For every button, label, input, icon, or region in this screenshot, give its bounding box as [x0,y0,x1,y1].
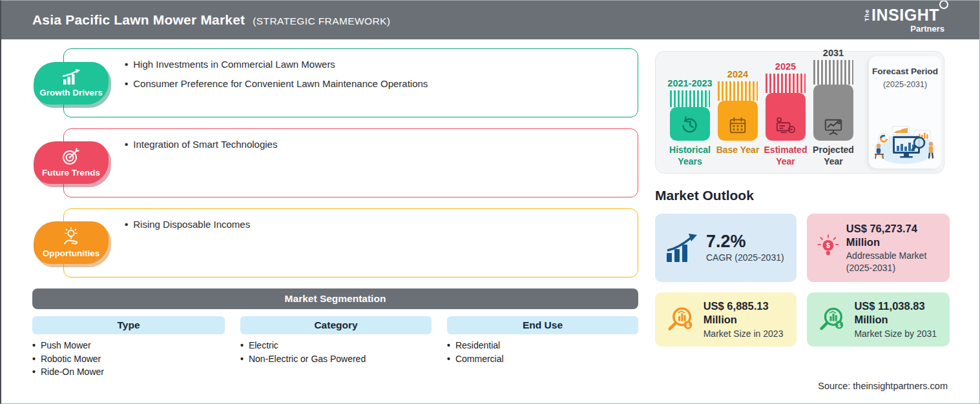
logo-insight-word: INSIGHT [871,6,939,24]
timeline-bar-projected: 2031 Projected Year [809,48,857,169]
badge-label: Opportunities [43,248,100,258]
bar-stripes [670,90,710,107]
growth-chart-icon [60,69,82,86]
timeline-label: Base Year [716,145,760,169]
opportunities-list: Rising Disposable Incomes [125,219,638,230]
future-trends-badge: Future Trends [34,141,109,184]
segment-item: Non-Electric or Gas Powered [249,352,366,366]
timeline-bar-historical: 2021-2023 Historical Years [666,78,714,169]
card-text: US$ 6,885.13 Million Market Size in 2023 [704,299,790,339]
estimate-calc-icon [774,116,797,136]
logo-insight-text: INSIGHT [871,7,946,23]
calendar-icon [727,116,748,136]
forecast-period-card: Forecast Period (2025-2031) [869,56,941,168]
timeline-year: 2024 [727,69,748,79]
list-item: Residential [447,339,638,352]
card-text: 7.2% CAGR (2025-2031) [706,232,784,263]
timeline-bar [670,90,710,141]
market-size-2023-card: $ US$ 6,885.13 Million Market Size in 20… [655,292,797,347]
projection-screen-icon [823,117,844,136]
bullet-text: Rising Disposable Incomes [133,219,250,230]
history-clock-icon [679,114,701,136]
segment-item: Robotic Mower [41,352,101,366]
card-text: US$ 11,038.83 Million Market Size by 203… [854,299,943,339]
bar-chart-growth-icon [665,234,699,262]
badge-label: Future Trends [42,168,100,177]
segment-header-enduse: End Use [447,316,638,334]
magnifier-chart-green-icon: $ [817,301,847,338]
segment-list-type: Push Mower Robotic Mower Ride-On Mower [32,339,225,379]
list-item: Robotic Mower [32,352,225,366]
list-item: Commercial [447,352,638,366]
segment-header-category: Category [240,316,432,334]
timeline-bar [766,74,806,141]
insight-partners-logo: The INSIGHT Partners [864,7,946,33]
analysts-illustration [873,125,937,165]
segment-item: Commercial [455,352,504,366]
bar-stripes [766,74,806,93]
segment-item: Ride-On Mower [41,365,104,379]
timeline-panel: 2021-2023 Historical Years 2024 [655,51,944,174]
bullet-text: Consumer Preference for Convenient Lawn … [133,78,428,89]
card-label: Market Size by 2031 [854,328,943,339]
svg-text:$: $ [826,242,830,249]
bar-body [718,101,758,141]
badge-label: Growth Drivers [39,88,103,97]
list-item: Ride-On Mower [32,365,225,379]
opportunities-badge: Opportunities [34,221,109,264]
market-size-2031-card: $ US$ 11,038.83 Million Market Size by 2… [807,292,950,347]
card-value: 7.2% [706,232,784,252]
magnifier-chart-orange-icon: $ [665,301,696,338]
list-item: Integration of Smart Technologies [125,139,638,150]
bar-body [766,93,806,141]
logo-partners-text: Partners [864,25,946,33]
forecast-range: (2025-2031) [883,80,927,89]
segment-header-type: Type [32,316,225,334]
list-item: Push Mower [32,339,225,352]
page-subtitle: (STRATEGIC FRAMEWORK) [253,15,390,27]
list-item: Non-Electric or Gas Powered [240,352,432,366]
card-value: US$ 6,885.13 Million [704,299,790,326]
timeline-bar [718,81,758,141]
list-item: Electric [240,339,432,352]
card-label: Addressable Market (2025-2031) [846,250,943,273]
market-outlook-title: Market Outlook [655,188,754,203]
list-item: High Investments in Commercial Lawn Mowe… [125,59,638,70]
page-title: Asia Pacific Lawn Mower Market [32,12,245,28]
future-trends-box: Integration of Smart Technologies [63,128,638,197]
svg-text:$: $ [686,322,689,328]
card-label: Market Size in 2023 [704,328,790,339]
bar-body [813,85,853,141]
segment-list-category: Electric Non-Electric or Gas Powered [240,339,432,365]
opportunities-box: Rising Disposable Incomes [63,208,638,278]
list-item: Consumer Preference for Convenient Lawn … [125,78,638,89]
source-text: Source: theinsightpartners.com [818,381,948,391]
logo-row: The INSIGHT [864,7,946,23]
magnifier-lens-icon [939,0,948,9]
card-text: US$ 76,273.74 Million Addressable Market… [846,222,943,274]
segment-list-enduse: Residential Commercial [447,339,638,365]
future-trends-list: Integration of Smart Technologies [125,139,638,150]
cagr-card: 7.2% CAGR (2025-2031) [655,214,797,282]
timeline-bar-base: 2024 Base Year [714,69,762,169]
bar-body [670,107,710,141]
timeline-bar [813,60,853,141]
card-label: CAGR (2025-2031) [706,252,784,263]
segment-item: Push Mower [41,339,91,352]
forecast-title: Forecast Period [872,66,938,77]
timeline-label: Projected Year [809,145,857,169]
growth-drivers-box: High Investments in Commercial Lawn Mowe… [63,48,638,117]
list-item: Rising Disposable Incomes [125,219,638,230]
card-value: US$ 76,273.74 Million [846,222,943,248]
svg-text:$: $ [838,322,841,328]
timeline-year: 2021-2023 [667,78,712,88]
segment-item: Residential [455,339,500,352]
timeline-bar-estimated: 2025 Estimated Year [762,61,809,169]
timeline-year: 2031 [823,48,844,58]
market-segmentation-bar: Market Segmentation [32,288,638,309]
bullet-text: Integration of Smart Technologies [133,139,277,150]
lightbulb-dollar-icon: $ [817,229,839,267]
infographic-page: Asia Pacific Lawn Mower Market (STRATEGI… [0,0,980,404]
timeline-label: Estimated Year [762,145,809,169]
target-dart-icon [61,148,81,166]
